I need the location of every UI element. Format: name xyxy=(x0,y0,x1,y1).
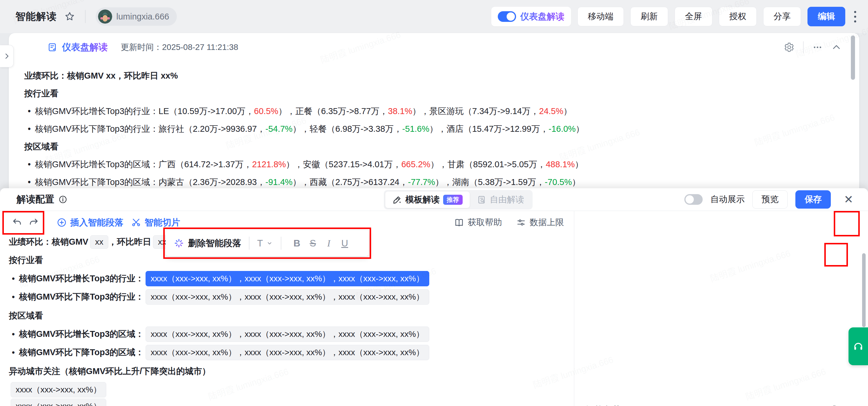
redo-icon[interactable] xyxy=(25,214,42,231)
settings-gear-icon[interactable] xyxy=(784,42,794,52)
dashboard-text-line: 按行业看 xyxy=(24,85,841,102)
editor-text: 业绩环比：核销GMV xyxy=(9,236,88,248)
text-segment: ） xyxy=(575,160,583,169)
dashboard-interpret-toggle[interactable]: 仪表盘解读 xyxy=(491,7,571,26)
placeholder-chip[interactable]: xx xyxy=(90,235,108,249)
topbar-actions: 仪表盘解读 移动端 刷新 全屏 授权 分享 编辑 xyxy=(491,7,857,26)
template-chip[interactable]: xxxx（xxx->xxx, xx%），xxxx（xxx->xxx, xx%），… xyxy=(146,326,429,342)
delete-all-trash-icon[interactable] xyxy=(829,404,840,406)
metric-percent: 2121.8% xyxy=(252,160,286,169)
topbar: 智能解读 lumingxia.666 仪表盘解读 移动端 刷新 全屏 授权 分享… xyxy=(0,0,868,33)
avatar xyxy=(98,9,112,24)
support-headset-button[interactable] xyxy=(848,327,868,365)
underline-button[interactable]: U xyxy=(337,238,353,249)
divider xyxy=(44,216,44,228)
text-segment: ） xyxy=(572,177,581,187)
dashboard-text-body: 业绩环比：核销GMV xx，环比昨日 xx%按行业看•核销GMV环比增长Top3… xyxy=(9,61,859,209)
info-icon[interactable] xyxy=(58,195,67,204)
refresh-button[interactable]: 刷新 xyxy=(630,7,668,26)
more-menu-icon[interactable] xyxy=(853,9,857,24)
book-icon xyxy=(454,218,464,228)
fullscreen-button[interactable]: 全屏 xyxy=(675,7,712,26)
selected-template-chip[interactable]: xxxx（xxx->xxx, xx%），xxxx（xxx->xxx, xx%），… xyxy=(146,271,429,286)
recommended-badge: 推荐 xyxy=(443,195,463,205)
dashboard-bullet-line: •核销GMV环比增长Top3的行业：LE（10.59万->17.00万，60.5… xyxy=(24,102,841,120)
editor-label: 核销GMV环比增长Top3的区域： xyxy=(19,328,144,340)
panel-scrollbar[interactable] xyxy=(862,253,866,327)
authorize-button[interactable]: 授权 xyxy=(719,7,757,26)
smart-paragraph-header: 智能段落（2/9） xyxy=(586,399,857,406)
preview-button[interactable]: 预览 xyxy=(752,190,788,209)
bullet-dot: • xyxy=(28,160,31,169)
italic-button[interactable]: I xyxy=(321,238,337,249)
dashboard-text-line: 按区域看 xyxy=(24,138,841,155)
tab-template-interpret[interactable]: 模板解读 推荐 xyxy=(385,192,470,208)
edit-button[interactable]: 编辑 xyxy=(807,7,845,26)
template-chip[interactable]: xxxx（xxx->xxx, xx%），xxxx（xxx->xxx, xx%），… xyxy=(146,289,429,304)
share-button[interactable]: 分享 xyxy=(763,7,801,26)
text-segment: 按区域看 xyxy=(24,142,58,151)
updated-time: 更新时间：2025-08-27 11:21:38 xyxy=(121,42,238,53)
metric-percent: 488.1% xyxy=(546,160,575,169)
editor-text: ，环比昨日 xyxy=(108,236,151,248)
bold-button[interactable]: B xyxy=(289,238,305,249)
editor-bullet-line: •核销GMV环比下降Top3的行业：xxxx（xxx->xxx, xx%），xx… xyxy=(9,289,570,304)
divider xyxy=(85,10,86,23)
editor-chip-line: xxxx（xxx->xxx, xx%） xyxy=(9,399,570,406)
bullet-dot: • xyxy=(28,124,31,134)
sidebar-expand-button[interactable] xyxy=(0,45,13,67)
metric-percent: 665.2% xyxy=(401,160,430,169)
text-segment: 核销GMV环比下降Top3的区域：内蒙古（2.36万->2028.93， xyxy=(35,177,266,187)
metric-percent: -54.7% xyxy=(266,124,292,134)
get-help-link[interactable]: 获取帮助 xyxy=(454,216,502,228)
text-segment: 核销GMV环比增长Top3的行业：LE（10.59万->17.00万， xyxy=(35,106,254,116)
auto-display-label: 自动展示 xyxy=(710,194,745,205)
editor-label: 核销GMV环比下降Top3的行业： xyxy=(19,291,144,303)
data-limit-link[interactable]: 数据上限 xyxy=(516,216,564,228)
strikethrough-button[interactable]: S xyxy=(305,238,321,249)
save-button[interactable]: 保存 xyxy=(795,190,831,209)
metric-percent: -91.4% xyxy=(266,177,292,187)
metric-percent: 60.5% xyxy=(254,106,278,116)
screen: 智能解读 lumingxia.666 仪表盘解读 移动端 刷新 全屏 授权 分享… xyxy=(0,0,868,406)
dashboard-bullet-line: •核销GMV环比增长Top3的区域：广西（614.72->1.37万，2121.… xyxy=(24,155,841,173)
mobile-button[interactable]: 移动端 xyxy=(578,7,624,26)
username: lumingxia.666 xyxy=(116,12,169,22)
text-segment: 按行业看 xyxy=(24,89,58,98)
text-segment: ），湖南（5.38万->1.59万， xyxy=(435,177,545,187)
text-segment: 核销GMV环比下降Top3的行业：旅行社（2.20万->9936.97， xyxy=(35,124,266,134)
editor-text: 异动城市关注（核销GMV环比上升/下降突出的城市） xyxy=(9,366,211,377)
divider xyxy=(249,237,249,250)
collapse-chevron-up-icon[interactable] xyxy=(831,42,841,52)
editor-action-row: 插入智能段落 智能切片 获取帮助 数据上限 xyxy=(0,211,868,234)
text-segment: ），安徽（5237.15->4.01万， xyxy=(286,160,401,169)
text-segment: ），轻餐（6.98万->3.38万， xyxy=(292,124,402,134)
close-icon[interactable]: ✕ xyxy=(841,193,856,206)
favorite-star-icon[interactable] xyxy=(64,11,75,22)
auto-display-toggle[interactable] xyxy=(684,194,703,205)
delete-smart-paragraph-button[interactable]: 删除智能段落 xyxy=(188,237,241,250)
insert-smart-paragraph-button[interactable]: 插入智能段落 xyxy=(57,216,123,229)
dashboard-card-title: 仪表盘解读 xyxy=(62,41,108,54)
metric-percent: -16.0% xyxy=(549,124,576,134)
template-editor[interactable]: 业绩环比：核销GMV xx，环比昨日 xx%按行业看•核销GMV环比增长Top3… xyxy=(9,235,570,406)
text-segment: ），景区游玩（7.34万->9.14万， xyxy=(412,106,539,116)
undo-icon[interactable] xyxy=(9,214,25,231)
text-style-dropdown[interactable]: T xyxy=(257,238,273,249)
doc-search-icon xyxy=(477,195,486,204)
editor-chip-line: xxxx（xxx->xxx, xx%） xyxy=(9,382,570,398)
divider xyxy=(281,237,281,250)
toggle-on[interactable] xyxy=(498,11,516,22)
user-pill[interactable]: lumingxia.666 xyxy=(96,7,177,26)
template-chip[interactable]: xxxx（xxx->xxx, xx%） xyxy=(11,382,106,398)
ellipsis-more-icon[interactable] xyxy=(812,42,823,52)
card-scrollbar[interactable] xyxy=(851,35,855,80)
interpret-mode-tabs: 模板解读 推荐 自由解读 xyxy=(384,190,533,209)
tab-free-interpret[interactable]: 自由解读 xyxy=(470,192,531,208)
template-chip[interactable]: xxxx（xxx->xxx, xx%），xxxx（xxx->xxx, xx%），… xyxy=(146,345,429,360)
smart-slice-button[interactable]: 智能切片 xyxy=(131,216,180,229)
template-chip[interactable]: xxxx（xxx->xxx, xx%） xyxy=(11,399,106,406)
bullet-dot: • xyxy=(12,274,15,284)
text-segment: 核销GMV环比增长Top3的区域：广西（614.72->1.37万， xyxy=(35,160,252,169)
config-title: 解读配置 xyxy=(17,193,67,206)
